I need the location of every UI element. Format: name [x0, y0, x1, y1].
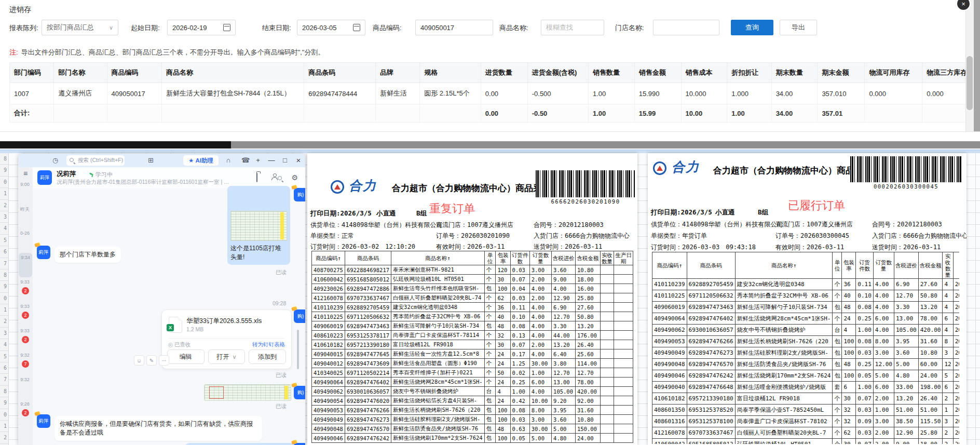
end-date-input[interactable]: 2026-03-05 [297, 20, 365, 35]
purchase-order-document: 合力 合力超市（合力购物物流中心）商品采购订单 0002026030300045… [648, 153, 967, 445]
table-cell [614, 293, 633, 303]
search-input[interactable]: 搜索 (Ctrl+Shift+F) [66, 155, 125, 166]
chat-list-item[interactable]: 0-26 [18, 228, 33, 253]
table-cell: 6928947476242 [345, 434, 391, 443]
open-button[interactable]: 打开∨ [208, 349, 246, 364]
self-avatar[interactable]: 购) [294, 386, 305, 399]
received-message-bubble[interactable]: 那个门店下单数量多 [55, 247, 121, 263]
chat-list-item[interactable]: 9:00 [18, 180, 33, 204]
chat-list-item[interactable]: 9:282 [18, 399, 33, 424]
product-code-input[interactable]: 409050017 [415, 20, 493, 35]
peer-avatar[interactable]: 莉萍 [37, 414, 50, 428]
folder-icon[interactable] [256, 173, 257, 182]
emoji-react-icon[interactable]: ☺ [134, 355, 144, 366]
table-cell: 1007 [10, 83, 54, 104]
report-type-select[interactable]: 按部门商品汇总 ∨ [42, 20, 118, 35]
taskbar-segment-gray [231, 141, 980, 149]
add-to-button[interactable]: 添加到 [249, 349, 286, 364]
table-cell: 新鲜生活硅胶料理刷2支/烧烤版SH- [391, 415, 485, 424]
sent-message-bubble[interactable]: 好的！，那我马上找库控部帮忙下单！谢谢 [185, 443, 305, 445]
table-cell: 烧友中号不锈钢折叠烧烤炉 [391, 387, 485, 396]
add-icon[interactable]: + [253, 154, 263, 167]
history-clock-icon[interactable]: ◷ [52, 154, 58, 167]
chat-list-item[interactable]: 9:332 [18, 326, 33, 350]
end-date-label: 结束日期: [262, 20, 291, 36]
table-cell: 6928947476020 [345, 396, 391, 406]
table-row: 4094900646928947476402新鲜生活烧烤网28cm*45cm*1… [312, 377, 633, 387]
phone-icon[interactable]: ☎ [241, 154, 250, 167]
table-row: 4094900466928947476242新鲜生活烧烤刷170mm*2支SH-… [312, 434, 633, 443]
store-name-input[interactable] [653, 20, 719, 35]
column-header: 订货数量 [873, 252, 894, 279]
table-cell [614, 275, 633, 284]
chat-list-item[interactable]: 9:332 [18, 302, 33, 326]
table-cell: 410110239 [652, 279, 687, 290]
split-view-icon[interactable]: ⊞ [148, 154, 154, 167]
unread-badge: 7 [22, 360, 29, 368]
reply-icon[interactable]: ✎ [146, 355, 157, 366]
query-button[interactable]: 查询 [731, 20, 773, 35]
table-cell: 6928947473609 [345, 359, 391, 368]
spreadsheet-image[interactable] [204, 384, 291, 401]
chat-list-item[interactable]: 昨天 [18, 204, 33, 228]
column-header: 实收数量 [943, 252, 953, 279]
table-row: 4090600196928947473463新鲜生活可降解勺子10只装SH-73… [312, 321, 633, 331]
inbound-store: 入货门店：6666合力购物物流中心 [534, 232, 630, 240]
table-cell: 新鲜生活烧烤刷170mm*2支SH-7624 [735, 370, 833, 382]
excel-row-number: 3 [0, 211, 8, 223]
ai-assistant-button[interactable]: ★AI助理 [183, 155, 219, 166]
start-date-input[interactable]: 2026-02-19 [167, 20, 236, 35]
table-cell: 个 [484, 349, 496, 359]
table-cell: 13.20 [552, 340, 576, 349]
more-actions-icon[interactable]: ⋯ [159, 355, 169, 366]
table-cell: 8 [943, 336, 953, 347]
calendar-icon[interactable] [353, 24, 360, 31]
table-cell: 32 [496, 331, 510, 340]
chat-list-item[interactable]: 9:327 [18, 350, 33, 375]
spreadsheet-image[interactable] [230, 211, 287, 241]
table-cell: 34.00 [771, 104, 818, 123]
table-cell: 105.00 [552, 387, 576, 396]
chat-list-time: 0-26 [18, 231, 32, 236]
product-name-input[interactable]: 模糊查找 [541, 20, 604, 35]
chat-list-item[interactable]: 9:332 [18, 277, 33, 302]
valid-time: 有效时间：2026-03-11 [775, 243, 844, 252]
scrollbar-thumb[interactable] [967, 56, 973, 110]
self-avatar[interactable]: 购) [294, 309, 305, 323]
table-cell [614, 368, 633, 377]
avatar[interactable]: 莉萍 [37, 170, 52, 185]
headset-icon[interactable]: ∩ [226, 154, 230, 167]
chat-list-item[interactable]: 9:34 [19, 253, 32, 277]
table-row: 4094900536928947476266新鲜生活长柄烧烤刷SH-7626（2… [652, 336, 960, 347]
table-cell: 409050017 [107, 83, 161, 104]
minimize-icon[interactable]: — [266, 154, 277, 167]
maximize-icon[interactable]: □ [280, 154, 290, 167]
table-cell: 0.10 [856, 290, 874, 302]
table-cell: 357.01 [818, 104, 865, 123]
table-cell: 秀本百变纤维掸子(加杆子)0221 [391, 368, 485, 377]
chat-list-item[interactable]: 9:32 [18, 375, 33, 399]
peer-avatar[interactable]: 莉萍 [37, 246, 50, 259]
chat-list-time: 昨天 [18, 206, 32, 213]
table-cell: 3.30 [552, 321, 576, 331]
table-cell: 6928947476266 [345, 406, 391, 415]
sent-message-bubble[interactable]: 这个是1105店打堆头量! [227, 186, 290, 265]
gear-icon[interactable]: ⚙ [291, 173, 298, 182]
file-message-card[interactable]: 华塑33订单2026.3.555.xls 1.2 MB ◎ 已查收 转为钉钉表格… [161, 309, 292, 369]
column-header: 商品名称↑ [735, 252, 833, 279]
chat-scrollbar-thumb[interactable] [297, 330, 299, 369]
export-button[interactable]: 导出 [780, 20, 817, 35]
close-icon[interactable]: × [293, 154, 304, 167]
edit-button[interactable]: 编辑 [167, 349, 205, 364]
menu-icon[interactable]: ≡ [18, 167, 33, 180]
self-avatar[interactable]: 购) [294, 443, 305, 445]
search-chat-icon[interactable] [278, 175, 283, 183]
table-cell: 4.00 [529, 321, 551, 331]
self-avatar[interactable]: 购) [294, 188, 305, 201]
received-message-bubble[interactable]: 你喊供应商报备，但是要确保门店有货卖，如果门店有缺货，供应商报备是不会通过哦 [55, 416, 262, 441]
table-cell: 30 [842, 393, 856, 404]
table-cell: 包 [484, 434, 496, 443]
table-cell [614, 406, 633, 415]
table-cell [614, 415, 633, 424]
calendar-icon[interactable] [223, 24, 230, 31]
